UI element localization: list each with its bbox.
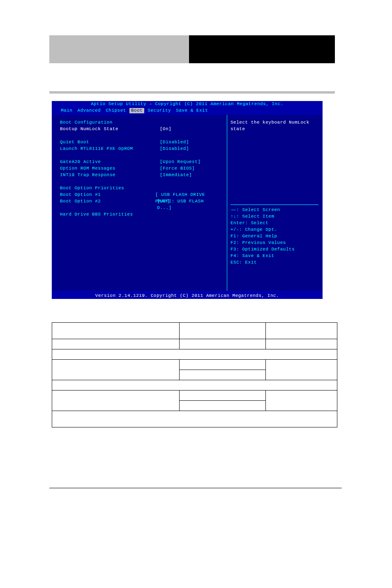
- bios-footer: Version 2.14.1219. Copyright (C) 2011 Am…: [52, 292, 323, 299]
- heading-boot-priorities: Boot Option Priorities: [60, 185, 219, 191]
- table-row: [52, 390, 337, 401]
- row-boot-opt-2[interactable]: Boot Option #2 [UEFI: USB FLASH D...]: [60, 198, 219, 204]
- label-pxe-oprom: Launch RTL8111E PXE OpROM: [60, 145, 160, 152]
- table-cell: [52, 323, 180, 339]
- value-numlock[interactable]: [On]: [160, 126, 171, 132]
- table-cell-span: [52, 411, 337, 427]
- menu-main[interactable]: Main: [59, 108, 74, 113]
- header-black-box: [189, 35, 335, 63]
- table-cell: [52, 339, 180, 349]
- table-row: [52, 360, 337, 370]
- blank-row: [60, 152, 219, 158]
- value-boot-1[interactable]: [ USB FLASH DRIVE PMAP]: [155, 191, 219, 198]
- value-quiet-boot[interactable]: [Disabled]: [160, 139, 189, 145]
- menu-advanced[interactable]: Advanced: [76, 108, 102, 113]
- label-gatea20: GateA20 Active: [60, 158, 160, 165]
- key-f3: F3: Optimized Defaults: [231, 246, 318, 253]
- row-hdd-bbs[interactable]: Hard Drive BBS Priorities: [60, 211, 219, 218]
- label-boot-1: Boot Option #1: [60, 191, 155, 198]
- menu-chipset[interactable]: Chipset: [104, 108, 128, 113]
- row-gatea20[interactable]: GateA20 Active [Upon Request]: [60, 158, 219, 165]
- field-help: Select the keyboard NumLock state: [231, 119, 318, 132]
- table-cell: [180, 390, 266, 401]
- blank-row: [60, 132, 219, 139]
- table-row: [52, 380, 337, 390]
- label-option-rom: Option ROM Messages: [60, 165, 160, 172]
- table-cell: [52, 390, 180, 411]
- table-row: [52, 349, 337, 360]
- row-option-rom[interactable]: Option ROM Messages [Force BIOS]: [60, 165, 219, 172]
- table-cell: [266, 339, 337, 349]
- thin-gray-line: [49, 91, 335, 94]
- key-enter: Enter: Select: [231, 220, 318, 226]
- row-numlock[interactable]: Bootup NumLock State [On]: [60, 126, 219, 132]
- key-select-screen: →←: Select Screen: [231, 207, 318, 213]
- header-gray-box: [49, 35, 189, 63]
- footer-rule: [49, 488, 342, 489]
- key-change-opt: +/-: Change Opt.: [231, 226, 318, 233]
- table-cell: [266, 323, 337, 339]
- row-pxe-oprom[interactable]: Launch RTL8111E PXE OpROM [Disabled]: [60, 145, 219, 152]
- table-row: [52, 411, 337, 427]
- heading-boot-config: Boot Configuration: [60, 119, 219, 126]
- bios-title: Aptio Setup Utility – Copyright (C) 2011…: [52, 101, 323, 107]
- bios-right-panel: Select the keyboard NumLock state →←: Se…: [227, 115, 322, 291]
- value-boot-2[interactable]: [UEFI: USB FLASH D...]: [157, 198, 219, 204]
- value-option-rom[interactable]: [Force BIOS]: [160, 165, 195, 172]
- row-quiet-boot[interactable]: Quiet Boot [Disabled]: [60, 139, 219, 145]
- table-cell: [180, 370, 266, 380]
- spacer: [231, 132, 318, 203]
- table-cell: [180, 323, 266, 339]
- table-cell: [266, 360, 337, 380]
- table-row: [52, 323, 337, 339]
- bios-body: Boot Configuration Bootup NumLock State …: [52, 114, 323, 292]
- bios-screen: Aptio Setup Utility – Copyright (C) 2011…: [52, 101, 323, 299]
- blank-row: [60, 204, 219, 211]
- key-select-item: ↑↓: Select Item: [231, 213, 318, 220]
- table-cell: [180, 401, 266, 411]
- key-f4: F4: Save & Exit: [231, 253, 318, 259]
- label-int19: INT19 Trap Response: [60, 172, 160, 178]
- bios-left-panel: Boot Configuration Bootup NumLock State …: [53, 115, 227, 291]
- label-numlock: Bootup NumLock State: [60, 126, 160, 132]
- settings-table: [52, 322, 337, 427]
- label-quiet-boot: Quiet Boot: [60, 139, 160, 145]
- table-cell: [266, 390, 337, 411]
- label-boot-2: Boot Option #2: [60, 198, 157, 204]
- table-row: [52, 339, 337, 349]
- key-f2: F2: Previous Values: [231, 239, 318, 246]
- menu-security[interactable]: Security: [146, 108, 173, 113]
- key-f1: F1: General Help: [231, 233, 318, 239]
- table-cell-span: [52, 349, 337, 360]
- menu-save-exit[interactable]: Save & Exit: [174, 108, 210, 113]
- value-int19[interactable]: [Immediate]: [160, 172, 192, 178]
- row-int19[interactable]: INT19 Trap Response [Immediate]: [60, 172, 219, 178]
- value-pxe-oprom[interactable]: [Disabled]: [160, 145, 189, 152]
- bios-menu-bar[interactable]: Main Advanced Chipset Boot Security Save…: [52, 107, 323, 114]
- blank-row: [60, 178, 219, 185]
- help-separator: [231, 204, 318, 205]
- row-boot-opt-1[interactable]: Boot Option #1 [ USB FLASH DRIVE PMAP]: [60, 191, 219, 198]
- table-cell: [52, 360, 180, 380]
- value-gatea20[interactable]: [Upon Request]: [160, 158, 201, 165]
- key-esc: ESC: Exit: [231, 259, 318, 266]
- table-cell: [180, 339, 266, 349]
- table-cell-span: [52, 380, 337, 390]
- menu-boot[interactable]: Boot: [129, 108, 144, 113]
- table-cell: [180, 360, 266, 370]
